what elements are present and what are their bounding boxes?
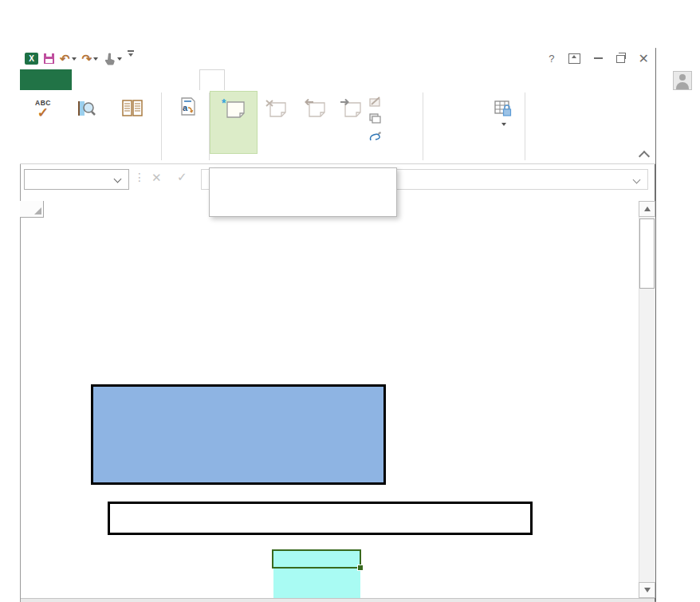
redo-icon[interactable]: ↷ [82,52,99,66]
cancel-icon[interactable]: ✕ [151,171,162,185]
tab-data[interactable] [175,69,199,90]
bottom-edge-strip [21,598,655,602]
ribbon-display-options-icon[interactable] [568,53,580,64]
close-icon[interactable]: ✕ [639,51,649,66]
show-ink-button[interactable] [369,128,386,144]
ribbon-tab-row [20,69,655,90]
restore-icon[interactable] [616,55,625,63]
name-box-dropdown-icon[interactable] [114,175,122,183]
quick-access-toolbar: X ↶ ↷ [25,51,134,66]
previous-comment-button[interactable] [294,92,336,151]
changes-button[interactable] [481,92,525,151]
select-all-triangle-icon [34,207,41,214]
tab-page-layout[interactable] [128,69,151,90]
minimize-icon[interactable] [594,57,603,59]
delete-comment-icon [265,92,287,119]
show-hide-comment-icon [369,96,381,107]
tab-home[interactable] [80,69,104,90]
name-box[interactable] [24,169,129,190]
previous-comment-icon [304,92,326,119]
translate-button[interactable]: a [165,92,209,151]
excel-logo-icon[interactable]: X [25,52,38,66]
next-comment-icon [340,92,362,119]
svg-text:*: * [222,98,226,109]
spelling-button[interactable]: ABC✓ [22,92,64,151]
new-comment-icon: * [222,92,246,119]
collapse-ribbon-icon[interactable] [639,151,650,162]
scrollbar-thumb[interactable] [639,218,655,289]
avatar[interactable] [673,71,692,90]
research-button[interactable] [64,92,108,151]
tab-file[interactable] [20,69,72,90]
show-all-comments-icon [369,113,382,124]
save-icon[interactable] [44,52,54,66]
help-icon[interactable]: ? [549,53,554,65]
new-comment-button[interactable]: * [210,91,258,154]
group-separator [525,92,525,160]
bond-inputs-box[interactable] [91,384,386,485]
window-controls: ? ✕ [549,51,649,66]
research-icon [76,92,96,119]
title-bar: X ↶ ↷ ? ✕ [20,48,655,69]
spelling-icon: ABC✓ [35,92,51,119]
enter-icon[interactable]: ✓ [177,170,187,184]
customize-qat-icon[interactable] [128,50,134,67]
fill-handle[interactable] [357,565,364,571]
show-all-comments-button[interactable] [369,111,386,127]
tab-view[interactable] [225,69,249,90]
changes-icon [494,92,513,119]
tab-formulas[interactable] [151,69,175,90]
tooltip-insert-comment [209,167,397,217]
translate-icon: a [178,92,197,119]
ribbon: ABC✓ a * [20,90,655,164]
thesaurus-button[interactable] [108,92,157,151]
show-ink-icon [369,131,382,142]
scroll-up-icon [644,207,651,211]
hand-pointer-icon [104,53,116,65]
screen: X ↶ ↷ ? ✕ [0,0,700,602]
svg-text:a: a [183,103,188,112]
select-all-corner[interactable] [20,201,44,218]
touch-mode-icon[interactable] [104,52,122,66]
group-separator [423,92,423,160]
scroll-down-button[interactable] [639,582,655,598]
delete-comment-button[interactable] [258,92,294,151]
instruction-box[interactable] [108,502,533,535]
group-separator [161,92,162,160]
selected-cell-D16[interactable] [272,549,361,569]
formula-bar-expand-icon[interactable] [633,176,641,184]
tab-insert[interactable] [104,69,128,90]
scroll-down-icon [644,588,651,592]
tab-review[interactable] [199,69,225,90]
next-comment-button[interactable] [336,92,366,151]
formula-bar-divider: ⋮ [134,171,145,183]
undo-icon[interactable]: ↶ [60,52,77,66]
show-hide-comment-button[interactable] [369,93,385,109]
sign-in[interactable] [668,71,692,90]
scroll-up-button[interactable] [639,201,655,217]
thesaurus-icon [121,92,144,119]
changes-dropdown-icon [501,123,506,126]
